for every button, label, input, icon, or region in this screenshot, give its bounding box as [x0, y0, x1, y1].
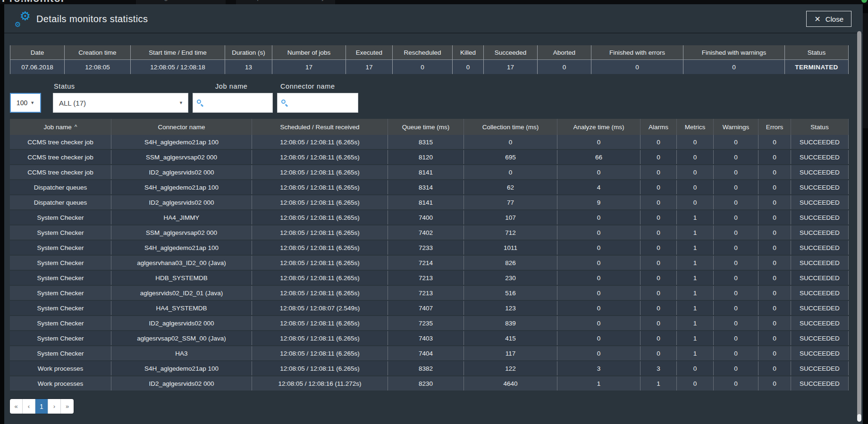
- table-cell: 0: [714, 316, 758, 330]
- table-cell: 0: [640, 195, 677, 209]
- table-cell: SUCCEEDED: [791, 271, 849, 285]
- table-cell: 516: [464, 286, 557, 300]
- table-cell: SUCCEEDED: [791, 256, 849, 270]
- jobs-column-header[interactable]: Job name^: [10, 119, 111, 135]
- summary-value-cell: TERMINATED: [785, 60, 849, 74]
- summary-value-cell: 12:08:05: [65, 60, 131, 74]
- table-cell: 0: [557, 241, 640, 255]
- table-cell: 8382: [388, 361, 464, 375]
- table-cell: 0: [758, 331, 791, 345]
- table-cell: 826: [464, 256, 557, 270]
- jobs-column-header[interactable]: Warnings: [714, 119, 758, 135]
- table-cell: System Checker: [10, 286, 111, 300]
- first-page-button[interactable]: «: [10, 399, 23, 414]
- table-cell: 0: [758, 195, 791, 209]
- table-row: System CheckerHDB_SYSTEMDB12:08:05 / 12:…: [10, 271, 849, 286]
- job-name-search-input[interactable]: [206, 96, 272, 110]
- table-cell: 7235: [388, 316, 464, 330]
- jobs-column-header[interactable]: Analyze time (ms): [557, 119, 640, 135]
- table-cell: 12:08:05 / 12:08:11 (6.265s): [252, 346, 388, 360]
- table-cell: 7214: [388, 256, 464, 270]
- summary-value-cell: 07.06.2018: [10, 60, 65, 74]
- table-cell: SUCCEEDED: [791, 316, 849, 330]
- table-cell: 0: [677, 376, 714, 391]
- table-cell: S4H_aglgedemo21ap 100: [111, 361, 252, 375]
- close-button[interactable]: ✕ Close: [806, 11, 851, 27]
- table-cell: 62: [464, 180, 557, 194]
- table-cell: SUCCEEDED: [791, 135, 849, 149]
- next-page-button[interactable]: ›: [48, 399, 61, 414]
- sort-ascending-icon: ^: [75, 124, 77, 130]
- jobs-column-header[interactable]: Alarms: [640, 119, 677, 135]
- jobs-column-header[interactable]: Connector name: [111, 119, 252, 135]
- jobs-column-header[interactable]: Metrics: [677, 119, 714, 135]
- jobs-column-header[interactable]: Scheduled / Result received: [252, 119, 388, 135]
- nav-item-systems-view[interactable]: Systems view: [317, 0, 358, 1]
- table-cell: Dispatcher queues: [10, 180, 111, 194]
- table-cell: 0: [758, 256, 791, 270]
- table-cell: 12:08:05 / 12:08:16 (11.272s): [252, 376, 388, 391]
- jobs-column-header[interactable]: Errors: [758, 119, 791, 135]
- table-cell: 0: [640, 271, 677, 285]
- jobs-column-header[interactable]: Collection time (ms): [464, 119, 557, 135]
- table-cell: 0: [557, 165, 640, 179]
- table-cell: Dispatcher queues: [10, 195, 111, 209]
- table-cell: 0: [677, 135, 714, 149]
- table-cell: 0: [640, 346, 677, 360]
- vertical-scrollbar[interactable]: [857, 31, 861, 422]
- nav-item-configure[interactable]: Configure: [149, 0, 177, 1]
- table-row: System Checkeraglgesrvids02_ID2_01 (Java…: [10, 286, 849, 301]
- table-cell: 0: [557, 225, 640, 240]
- status-filter-select[interactable]: ALL (17) ▼: [53, 93, 188, 113]
- table-cell: 8314: [388, 180, 464, 194]
- table-row: Dispatcher queuesID2_aglgesrvids02 00012…: [10, 195, 849, 210]
- table-cell: 0: [758, 271, 791, 285]
- table-cell: 0: [758, 376, 791, 391]
- table-cell: 7404: [388, 346, 464, 360]
- nav-item-companies-view[interactable]: Companies view: [243, 0, 292, 1]
- table-cell: aglgesrvhana03_ID2_00 (Java): [111, 256, 252, 270]
- previous-page-button[interactable]: ‹: [23, 399, 35, 414]
- table-cell: 0: [714, 135, 758, 149]
- table-row: CCMS tree checker jobSSM_aglgesrvsap02 0…: [10, 150, 849, 165]
- table-cell: 0: [557, 135, 640, 149]
- table-cell: HA4_SYSTEMDB: [111, 301, 252, 315]
- table-cell: 0: [557, 210, 640, 224]
- job-name-search-field: [193, 93, 273, 113]
- table-cell: 1: [677, 286, 714, 300]
- nav-user-admin[interactable]: admin: [736, 0, 756, 1]
- jobs-table-header-row: Job name^Connector nameScheduled / Resul…: [10, 119, 849, 135]
- table-cell: 12:08:05 / 12:08:11 (6.265s): [252, 135, 388, 149]
- table-cell: 0: [714, 256, 758, 270]
- last-page-button[interactable]: »: [61, 399, 74, 414]
- table-cell: 66: [557, 150, 640, 164]
- table-cell: ID2_aglgesrvids02 000: [111, 376, 252, 391]
- jobs-column-header[interactable]: Queue time (ms): [388, 119, 464, 135]
- table-cell: 0: [714, 271, 758, 285]
- jobs-column-header[interactable]: Status: [791, 119, 849, 135]
- table-cell: 122: [464, 361, 557, 375]
- table-cell: 1: [677, 256, 714, 270]
- table-cell: 0: [714, 165, 758, 179]
- table-cell: CCMS tree checker job: [10, 135, 111, 149]
- table-cell: 0: [640, 316, 677, 330]
- table-cell: 0: [640, 180, 677, 194]
- table-cell: 0: [640, 331, 677, 345]
- table-cell: S4H_aglgedemo21ap 100: [111, 135, 252, 149]
- table-row: System CheckerSSM_aglgesrvsap02 00012:08…: [10, 225, 849, 241]
- page-1-button[interactable]: 1: [35, 399, 48, 414]
- table-row: System CheckerHA4_JIMMY12:08:05 / 12:08:…: [10, 210, 849, 225]
- page-size-select[interactable]: 100 ▼: [10, 93, 41, 113]
- table-cell: 9: [557, 195, 640, 209]
- connector-name-search-input[interactable]: [291, 96, 358, 110]
- status-filter-value: ALL (17): [59, 99, 86, 107]
- summary-value-cell: 13: [225, 60, 272, 74]
- brand-logo: Pro.Monitor: [2, 0, 65, 4]
- pagination: «‹1›»: [10, 399, 74, 414]
- table-cell: 107: [464, 210, 557, 224]
- summary-header-cell: Executed: [346, 45, 393, 60]
- table-cell: 0: [758, 180, 791, 194]
- table-cell: 12:08:05 / 12:08:11 (6.265s): [252, 256, 388, 270]
- table-cell: 7233: [388, 241, 464, 255]
- filter-bar: Status Job name Connector name 100 ▼ ALL…: [10, 79, 849, 117]
